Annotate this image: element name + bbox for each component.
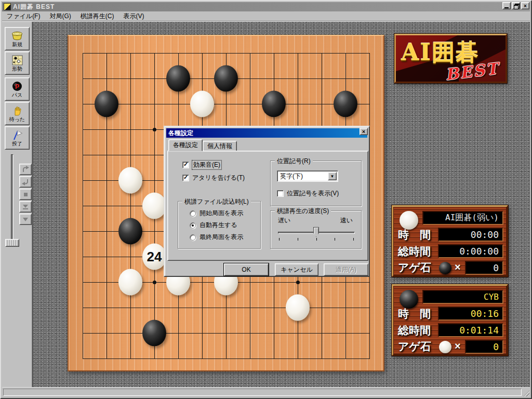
down-button[interactable] [19, 214, 32, 225]
stone-black [334, 91, 357, 117]
window-title: AI囲碁 BEST [13, 3, 55, 11]
position-mark-group: 位置記号(R) 英字(下) ▼ 位置記号を表示(V) [270, 161, 362, 206]
dialog-close-icon: × [362, 128, 365, 135]
star-point [153, 281, 156, 284]
apply-button[interactable]: 適用(A) [324, 263, 368, 276]
stone-white [142, 193, 166, 219]
replay-speed-group: 棋譜再生の速度(S) 遅い 速い [270, 210, 362, 249]
restore-icon [514, 4, 518, 8]
white-player-panel: AI囲碁(弱い) 時 間 00:00 総時間 0:00:00 アゲ石 × 0 [392, 205, 508, 277]
radio-circle [190, 210, 196, 217]
svg-text:P: P [15, 83, 19, 90]
status-bar [2, 387, 530, 397]
replay-slider-track[interactable] [11, 154, 14, 247]
title-bar[interactable]: AI囲碁 BEST [2, 2, 530, 11]
announce-atari-checkbox[interactable]: アタリを告げる(T) [182, 174, 245, 182]
client-area: 新規 形勢 P パス 待った 投了 [2, 22, 530, 387]
radio-show-start[interactable]: 開始局面を表示 [190, 209, 243, 218]
stone-black [214, 65, 238, 92]
undo-label: 待った [9, 116, 25, 122]
territory-label: 形勢 [12, 66, 22, 72]
pass-button[interactable]: P パス [5, 77, 30, 101]
main-window: AI囲碁 BEST × ファイル(F) 対局(G) 棋譜再生(C) 表示(V) … [0, 0, 532, 399]
file-load-group: 棋譜ファイル読込時(L) 開始局面を表示 自動再生する 最終局面を表示 [178, 201, 261, 249]
settings-dialog: 各種設定 × 各種設定 個人情報 効果音(E) アタリを告げる(T) [164, 126, 370, 277]
ok-button[interactable]: OK [224, 263, 269, 276]
radio-circle [190, 234, 196, 241]
step-back-button[interactable] [19, 164, 32, 175]
position-mark-dropdown[interactable]: 英字(下) ▼ [277, 170, 338, 182]
to-end-button[interactable] [19, 201, 32, 212]
down-icon [21, 216, 30, 223]
menu-game[interactable]: 対局(G) [45, 11, 75, 22]
stop-button[interactable] [19, 189, 32, 200]
minimize-button[interactable] [502, 2, 511, 9]
app-icon [4, 3, 11, 10]
stone-white [190, 91, 214, 117]
menu-replay[interactable]: 棋譜再生(C) [76, 11, 119, 22]
radio-show-final[interactable]: 最終局面を表示 [190, 233, 243, 242]
stone-white-numbered: 24 [142, 244, 166, 270]
left-toolbar: 新規 形勢 P パス 待った 投了 [2, 22, 33, 387]
territory-button[interactable]: 形勢 [5, 51, 30, 75]
star-point [296, 281, 300, 284]
group-title: 棋譜ファイル読込時(L) [182, 197, 251, 206]
dialog-close-button[interactable]: × [360, 128, 368, 135]
white-total-label: 総時間 [398, 244, 437, 259]
stone-white [118, 167, 142, 194]
chevron-down-icon[interactable]: ▼ [328, 172, 337, 180]
cancel-label: キャンセル [281, 265, 312, 274]
dialog-title-bar[interactable]: 各種設定 [166, 128, 367, 138]
status-panel [3, 389, 522, 396]
minimize-icon [504, 7, 509, 8]
step-forward-icon [21, 178, 30, 185]
restore-button[interactable] [512, 2, 520, 9]
tab-content-panel: 効果音(E) アタリを告げる(T) 棋譜ファイル読込時(L) 開始局面を表示 自… [167, 151, 368, 261]
stone-black [262, 91, 286, 117]
menu-file[interactable]: ファイル(F) [2, 11, 45, 22]
white-total-value: 0:00:00 [438, 244, 503, 258]
radio-circle [190, 222, 196, 229]
dialog-title: 各種設定 [168, 129, 193, 138]
white-captures-label: アゲ石 [398, 260, 437, 275]
star-point [153, 128, 156, 131]
new-game-button[interactable]: 新規 [5, 27, 30, 50]
undo-button[interactable]: 待った [5, 102, 30, 125]
step-forward-button[interactable] [19, 176, 32, 188]
menu-view[interactable]: 表示(V) [118, 11, 149, 22]
tab-general-settings[interactable]: 各種設定 [168, 139, 203, 151]
show-position-mark-checkbox[interactable]: 位置記号を表示(V) [277, 189, 339, 198]
step-back-icon [21, 166, 30, 173]
stone-black [118, 218, 142, 245]
multiply-sign: × [455, 340, 464, 352]
black-captures-value: 0 [465, 340, 503, 354]
fast-label: 速い [340, 216, 353, 225]
slow-label: 遅い [278, 216, 290, 225]
pass-label: パス [12, 92, 22, 98]
resign-label: 投了 [12, 141, 22, 147]
replay-slider-thumb[interactable] [5, 239, 19, 247]
stone-black [142, 320, 166, 347]
group-title: 棋譜再生の速度(S) [275, 207, 331, 216]
territory-estimate-icon [11, 55, 23, 65]
checkbox-label: 効果音(E) [192, 161, 221, 169]
radio-auto-replay[interactable]: 自動再生する [190, 221, 237, 230]
dropdown-value: 英字(下) [280, 172, 303, 181]
resize-grip[interactable] [523, 390, 529, 396]
checkbox-box [182, 162, 189, 168]
black-stone-icon [400, 290, 418, 309]
sound-effects-checkbox[interactable]: 効果音(E) [182, 161, 221, 169]
cancel-button[interactable]: キャンセル [275, 263, 318, 276]
slider-ticks [279, 238, 354, 241]
tab-label: 個人情報 [207, 142, 232, 151]
resign-button[interactable]: 投了 [5, 126, 30, 150]
group-title: 位置記号(R) [275, 157, 313, 166]
apply-label: 適用(A) [336, 265, 356, 274]
speed-slider-thumb[interactable] [313, 227, 319, 237]
black-time-value: 00:16 [438, 307, 503, 321]
resign-flag-icon [11, 130, 23, 140]
white-stone-icon [400, 211, 418, 230]
close-button[interactable]: × [521, 2, 529, 9]
tab-personal-info[interactable]: 個人情報 [203, 141, 237, 151]
ok-label: OK [242, 266, 250, 273]
